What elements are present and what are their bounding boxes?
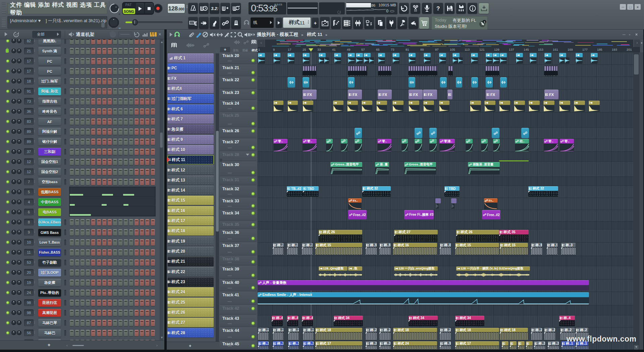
svg-text:?: ? bbox=[436, 5, 440, 12]
svg-text:3.2:: 3.2: bbox=[211, 6, 218, 11]
svg-text:3: 3 bbox=[484, 20, 485, 24]
svg-text:5: 5 bbox=[15, 34, 17, 37]
